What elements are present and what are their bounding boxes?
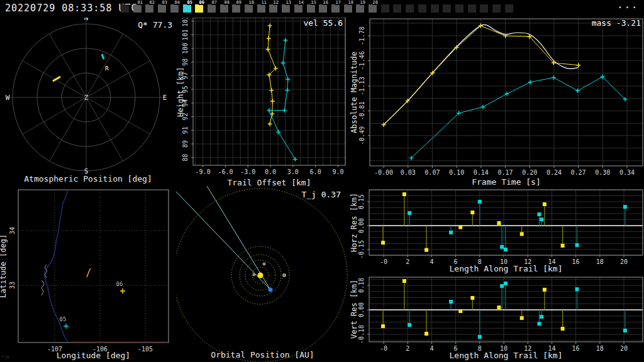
frame-label: 13 bbox=[286, 0, 292, 5]
frame-square-14[interactable]: 14 bbox=[294, 4, 303, 13]
frame-label: 05 bbox=[187, 0, 193, 5]
svg-text:0.17: 0.17 bbox=[497, 169, 513, 176]
app-window: 20220729 08:33:58 UTC 010203040506070809… bbox=[0, 0, 644, 362]
svg-text:103: 103 bbox=[182, 18, 189, 27]
svg-text:0.20: 0.20 bbox=[522, 169, 537, 176]
frame-square-20[interactable]: 20 bbox=[369, 4, 377, 13]
frame-square-11[interactable]: 11 bbox=[257, 4, 265, 13]
velocity-value: vel 55.6 bbox=[303, 18, 343, 28]
frame-square-18[interactable]: 18 bbox=[344, 4, 352, 13]
frame-square-05[interactable]: 05 bbox=[183, 4, 191, 13]
svg-text:101: 101 bbox=[182, 29, 189, 40]
mercury-dot bbox=[253, 273, 256, 277]
frame-square[interactable] bbox=[455, 4, 464, 13]
panel-horz-residuals: -024681012141618200.150.00-0.15 Length A… bbox=[349, 186, 644, 274]
frame-square[interactable] bbox=[418, 4, 426, 13]
frame-label: 09 bbox=[236, 0, 242, 5]
frame-square[interactable] bbox=[468, 4, 476, 13]
frame-square[interactable] bbox=[393, 4, 401, 13]
map-grid bbox=[18, 190, 169, 343]
frame-square[interactable] bbox=[443, 4, 451, 13]
svg-text:88: 88 bbox=[182, 154, 189, 162]
magnitude-chart: -0.000.030.070.100.140.170.200.240.270.3… bbox=[349, 18, 644, 189]
frame-square[interactable] bbox=[505, 4, 513, 13]
series-station-06 bbox=[381, 279, 565, 336]
station-marker-06: 06 bbox=[116, 281, 125, 293]
map-plot-box bbox=[18, 190, 169, 343]
svg-text:-0.18: -0.18 bbox=[358, 325, 365, 344]
q-star-value: Q* 77.3 bbox=[138, 20, 172, 30]
frame-square-09[interactable]: 09 bbox=[232, 4, 240, 13]
svg-text:-0.81: -0.81 bbox=[358, 101, 365, 120]
frame-label: 04 bbox=[174, 0, 180, 5]
panel-magnitude: -0.000.030.070.100.140.170.200.240.270.3… bbox=[349, 18, 644, 189]
frame-square-17[interactable]: 17 bbox=[331, 4, 340, 13]
vert-res-chart: -024681012141618200.180.00-0.18 bbox=[349, 274, 644, 362]
frame-square-10[interactable]: 10 bbox=[245, 4, 253, 13]
svg-text:89: 89 bbox=[182, 140, 189, 148]
atmospheric-polar-plot: NESWZR bbox=[0, 18, 176, 186]
frame-square[interactable] bbox=[431, 4, 439, 13]
frame-square-12[interactable]: 12 bbox=[269, 4, 277, 13]
frame-label: 18 bbox=[348, 0, 354, 5]
svg-text:-0.49: -0.49 bbox=[358, 126, 365, 145]
frame-square-06[interactable]: 06 bbox=[195, 4, 203, 13]
frame-square-15[interactable]: 15 bbox=[307, 4, 315, 13]
panel-ground-map: -107-106-10533340506 Longitude [deg] Lat… bbox=[0, 186, 176, 362]
vert-ylabel: Vert Res [km] bbox=[350, 279, 358, 339]
frame-square[interactable] bbox=[406, 4, 414, 13]
tisserand-value: T_j 0.37 bbox=[301, 190, 341, 199]
earth-dot bbox=[269, 288, 273, 292]
series-station-05 bbox=[409, 75, 628, 160]
svg-text:W: W bbox=[6, 94, 10, 102]
svg-text:R: R bbox=[105, 65, 109, 72]
panel-trail-offset: -9.0-6.0-3.00.03.06.09.08889919294959798… bbox=[176, 18, 349, 189]
timestamp: 20220729 08:33:58 UTC bbox=[5, 3, 138, 14]
svg-text:N: N bbox=[84, 18, 89, 22]
svg-text:0.24: 0.24 bbox=[547, 169, 562, 176]
frame-square[interactable] bbox=[121, 4, 129, 13]
svg-text:0.10: 0.10 bbox=[449, 169, 464, 176]
svg-text:0.00: 0.00 bbox=[358, 218, 365, 233]
frame-square-03[interactable]: 03 bbox=[158, 4, 166, 13]
horz_res-grid bbox=[369, 190, 643, 255]
orbital-plot bbox=[176, 186, 349, 362]
svg-text:-0.00: -0.00 bbox=[374, 169, 393, 176]
frame-square-13[interactable]: 13 bbox=[282, 4, 290, 13]
frame-square-02[interactable]: 02 bbox=[145, 4, 153, 13]
ground-trail-line bbox=[87, 268, 91, 277]
trail-plot-box bbox=[193, 18, 345, 165]
magnitude-xlabel: Frame Time [s] bbox=[370, 177, 643, 187]
frame-label: 17 bbox=[335, 0, 341, 5]
frame-square[interactable] bbox=[492, 4, 501, 13]
horz-xlabel: Length Along Trail [km] bbox=[369, 264, 643, 273]
frame-square-16[interactable]: 16 bbox=[319, 4, 327, 13]
watermark: rjw bbox=[1, 354, 9, 359]
frame-label: 20 bbox=[372, 0, 379, 5]
svg-text:0.34: 0.34 bbox=[619, 169, 635, 176]
horz-ylabel: Horz Res [km] bbox=[350, 192, 358, 253]
frame-label: 06 bbox=[199, 0, 205, 5]
frame-square-07[interactable]: 07 bbox=[208, 4, 216, 13]
frame-label: 15 bbox=[311, 0, 317, 5]
mars-dot bbox=[282, 273, 286, 277]
svg-text:0.27: 0.27 bbox=[571, 169, 586, 176]
frame-square[interactable] bbox=[381, 4, 389, 13]
series-station-06 bbox=[266, 23, 278, 126]
frame-square[interactable] bbox=[480, 4, 488, 13]
svg-text:34: 34 bbox=[9, 227, 16, 234]
svg-text:100: 100 bbox=[182, 43, 189, 54]
frame-square-19[interactable]: 19 bbox=[356, 4, 364, 13]
svg-text:0.14: 0.14 bbox=[474, 169, 489, 176]
frame-square-08[interactable]: 08 bbox=[220, 4, 228, 13]
frame-square-04[interactable]: 04 bbox=[170, 4, 179, 13]
frame-square-01[interactable]: 01 bbox=[133, 4, 142, 13]
frame-label: 08 bbox=[224, 0, 230, 5]
map-xlabel: Longitude [deg] bbox=[18, 351, 169, 360]
svg-text:33: 33 bbox=[9, 282, 16, 289]
svg-text:9.0: 9.0 bbox=[332, 168, 343, 175]
vert-xlabel: Length Along Trail [km] bbox=[369, 351, 643, 360]
panel-vert-residuals: -024681012141618200.180.00-0.18 Length A… bbox=[349, 274, 644, 362]
overflow-menu-button[interactable]: ... bbox=[618, 0, 639, 10]
frame-label: 03 bbox=[162, 0, 168, 5]
